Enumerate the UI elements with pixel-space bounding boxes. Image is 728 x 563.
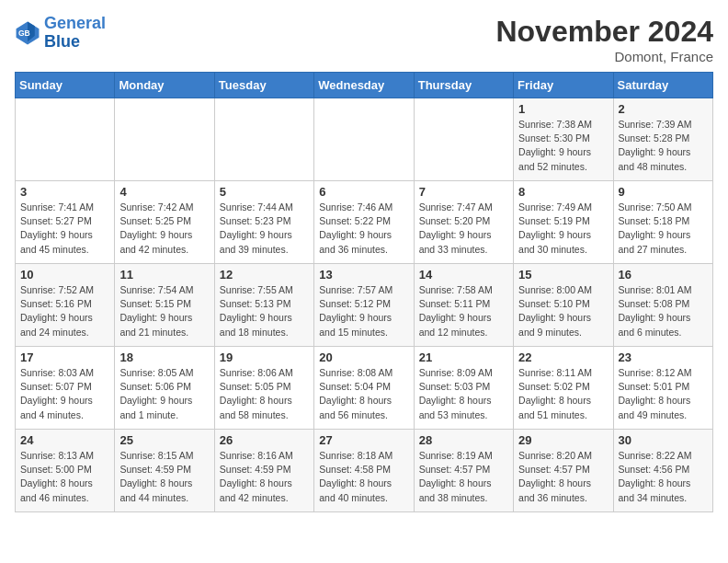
day-info: Sunrise: 8:01 AM Sunset: 5:08 PM Dayligh… (619, 283, 708, 339)
day-info: Sunrise: 7:57 AM Sunset: 5:12 PM Dayligh… (319, 283, 408, 339)
logo-line2: Blue (44, 32, 80, 51)
logo: GB General Blue (15, 15, 106, 52)
day-number: 25 (119, 433, 209, 447)
day-info: Sunrise: 8:06 AM Sunset: 5:05 PM Dayligh… (220, 366, 309, 422)
calendar-cell: 16Sunrise: 8:01 AM Sunset: 5:08 PM Dayli… (613, 264, 712, 347)
day-info: Sunrise: 7:52 AM Sunset: 5:16 PM Dayligh… (20, 283, 109, 339)
day-info: Sunrise: 8:22 AM Sunset: 4:56 PM Dayligh… (619, 449, 708, 505)
calendar-week-4: 17Sunrise: 8:03 AM Sunset: 5:07 PM Dayli… (16, 347, 713, 430)
calendar-cell: 18Sunrise: 8:05 AM Sunset: 5:06 PM Dayli… (115, 347, 214, 430)
calendar-cell: 10Sunrise: 7:52 AM Sunset: 5:16 PM Dayli… (16, 264, 115, 347)
day-info: Sunrise: 8:18 AM Sunset: 4:58 PM Dayligh… (319, 449, 408, 505)
day-number: 30 (619, 433, 708, 447)
day-info: Sunrise: 8:19 AM Sunset: 4:57 PM Dayligh… (419, 449, 508, 505)
calendar-cell: 26Sunrise: 8:16 AM Sunset: 4:59 PM Dayli… (214, 430, 313, 512)
day-info: Sunrise: 7:39 AM Sunset: 5:28 PM Dayligh… (619, 118, 708, 174)
day-number: 23 (619, 350, 708, 364)
day-number: 1 (518, 102, 608, 116)
calendar-cell: 24Sunrise: 8:13 AM Sunset: 5:00 PM Dayli… (16, 430, 115, 512)
day-info: Sunrise: 8:05 AM Sunset: 5:06 PM Dayligh… (119, 366, 209, 422)
month-title: November 2024 (495, 15, 713, 49)
day-info: Sunrise: 8:16 AM Sunset: 4:59 PM Dayligh… (220, 449, 309, 505)
day-header-tuesday: Tuesday (214, 73, 313, 98)
calendar-cell: 15Sunrise: 8:00 AM Sunset: 5:10 PM Dayli… (514, 264, 613, 347)
day-header-monday: Monday (115, 73, 214, 98)
day-info: Sunrise: 7:46 AM Sunset: 5:22 PM Dayligh… (319, 201, 408, 257)
calendar-cell: 27Sunrise: 8:18 AM Sunset: 4:58 PM Dayli… (314, 430, 414, 512)
calendar-cell: 17Sunrise: 8:03 AM Sunset: 5:07 PM Dayli… (16, 347, 115, 430)
svg-text:GB: GB (18, 29, 30, 38)
day-number: 20 (319, 350, 408, 364)
day-info: Sunrise: 7:58 AM Sunset: 5:11 PM Dayligh… (419, 283, 508, 339)
day-info: Sunrise: 8:03 AM Sunset: 5:07 PM Dayligh… (20, 366, 109, 422)
calendar-cell: 22Sunrise: 8:11 AM Sunset: 5:02 PM Dayli… (514, 347, 613, 430)
day-info: Sunrise: 8:08 AM Sunset: 5:04 PM Dayligh… (319, 366, 408, 422)
calendar-cell: 11Sunrise: 7:54 AM Sunset: 5:15 PM Dayli… (115, 264, 214, 347)
calendar-cell: 19Sunrise: 8:06 AM Sunset: 5:05 PM Dayli… (214, 347, 313, 430)
day-number: 27 (319, 433, 408, 447)
day-number: 18 (119, 350, 209, 364)
day-number: 13 (319, 268, 408, 282)
day-info: Sunrise: 7:42 AM Sunset: 5:25 PM Dayligh… (119, 201, 209, 257)
day-number: 11 (119, 268, 209, 282)
day-number: 6 (319, 185, 408, 199)
calendar-cell: 2Sunrise: 7:39 AM Sunset: 5:28 PM Daylig… (613, 98, 712, 181)
calendar-cell: 6Sunrise: 7:46 AM Sunset: 5:22 PM Daylig… (314, 181, 414, 264)
calendar-cell: 4Sunrise: 7:42 AM Sunset: 5:25 PM Daylig… (115, 181, 214, 264)
calendar-cell (16, 98, 115, 181)
day-header-wednesday: Wednesday (314, 73, 414, 98)
day-info: Sunrise: 7:50 AM Sunset: 5:18 PM Dayligh… (619, 201, 708, 257)
day-info: Sunrise: 8:13 AM Sunset: 5:00 PM Dayligh… (20, 449, 109, 505)
day-number: 29 (518, 433, 608, 447)
day-header-thursday: Thursday (414, 73, 513, 98)
day-info: Sunrise: 7:55 AM Sunset: 5:13 PM Dayligh… (220, 283, 309, 339)
calendar-cell: 8Sunrise: 7:49 AM Sunset: 5:19 PM Daylig… (514, 181, 613, 264)
day-info: Sunrise: 7:38 AM Sunset: 5:30 PM Dayligh… (518, 118, 608, 174)
title-block: November 2024 Domont, France (495, 15, 713, 64)
day-info: Sunrise: 7:54 AM Sunset: 5:15 PM Dayligh… (119, 283, 209, 339)
day-number: 3 (20, 185, 109, 199)
day-number: 21 (419, 350, 508, 364)
logo-line1: General (44, 14, 106, 32)
day-number: 9 (619, 185, 708, 199)
calendar-cell: 1Sunrise: 7:38 AM Sunset: 5:30 PM Daylig… (514, 98, 613, 181)
calendar-cell: 7Sunrise: 7:47 AM Sunset: 5:20 PM Daylig… (414, 181, 513, 264)
day-header-saturday: Saturday (613, 73, 712, 98)
calendar-cell: 3Sunrise: 7:41 AM Sunset: 5:27 PM Daylig… (16, 181, 115, 264)
calendar-cell: 13Sunrise: 7:57 AM Sunset: 5:12 PM Dayli… (314, 264, 414, 347)
calendar-week-2: 3Sunrise: 7:41 AM Sunset: 5:27 PM Daylig… (16, 181, 713, 264)
day-number: 14 (419, 268, 508, 282)
calendar-header: SundayMondayTuesdayWednesdayThursdayFrid… (16, 73, 713, 98)
day-header-sunday: Sunday (16, 73, 115, 98)
day-number: 19 (220, 350, 309, 364)
calendar-cell: 29Sunrise: 8:20 AM Sunset: 4:57 PM Dayli… (514, 430, 613, 512)
day-number: 26 (220, 433, 309, 447)
day-info: Sunrise: 8:11 AM Sunset: 5:02 PM Dayligh… (518, 366, 608, 422)
day-number: 28 (419, 433, 508, 447)
day-number: 24 (20, 433, 109, 447)
day-info: Sunrise: 7:44 AM Sunset: 5:23 PM Dayligh… (220, 201, 309, 257)
day-number: 12 (220, 268, 309, 282)
calendar-cell: 9Sunrise: 7:50 AM Sunset: 5:18 PM Daylig… (613, 181, 712, 264)
calendar-cell: 12Sunrise: 7:55 AM Sunset: 5:13 PM Dayli… (214, 264, 313, 347)
day-info: Sunrise: 8:09 AM Sunset: 5:03 PM Dayligh… (419, 366, 508, 422)
page-header: GB General Blue November 2024 Domont, Fr… (15, 15, 713, 64)
day-info: Sunrise: 7:47 AM Sunset: 5:20 PM Dayligh… (419, 201, 508, 257)
calendar-table: SundayMondayTuesdayWednesdayThursdayFrid… (15, 72, 713, 512)
calendar-cell: 25Sunrise: 8:15 AM Sunset: 4:59 PM Dayli… (115, 430, 214, 512)
day-info: Sunrise: 7:41 AM Sunset: 5:27 PM Dayligh… (20, 201, 109, 257)
day-number: 7 (419, 185, 508, 199)
day-number: 8 (518, 185, 608, 199)
day-info: Sunrise: 7:49 AM Sunset: 5:19 PM Dayligh… (518, 201, 608, 257)
calendar-cell: 14Sunrise: 7:58 AM Sunset: 5:11 PM Dayli… (414, 264, 513, 347)
calendar-cell (414, 98, 513, 181)
calendar-cell: 21Sunrise: 8:09 AM Sunset: 5:03 PM Dayli… (414, 347, 513, 430)
day-info: Sunrise: 8:15 AM Sunset: 4:59 PM Dayligh… (119, 449, 209, 505)
day-info: Sunrise: 8:00 AM Sunset: 5:10 PM Dayligh… (518, 283, 608, 339)
day-info: Sunrise: 8:12 AM Sunset: 5:01 PM Dayligh… (619, 366, 708, 422)
calendar-cell: 28Sunrise: 8:19 AM Sunset: 4:57 PM Dayli… (414, 430, 513, 512)
logo-icon: GB (15, 20, 40, 46)
day-number: 4 (119, 185, 209, 199)
day-number: 15 (518, 268, 608, 282)
calendar-week-3: 10Sunrise: 7:52 AM Sunset: 5:16 PM Dayli… (16, 264, 713, 347)
